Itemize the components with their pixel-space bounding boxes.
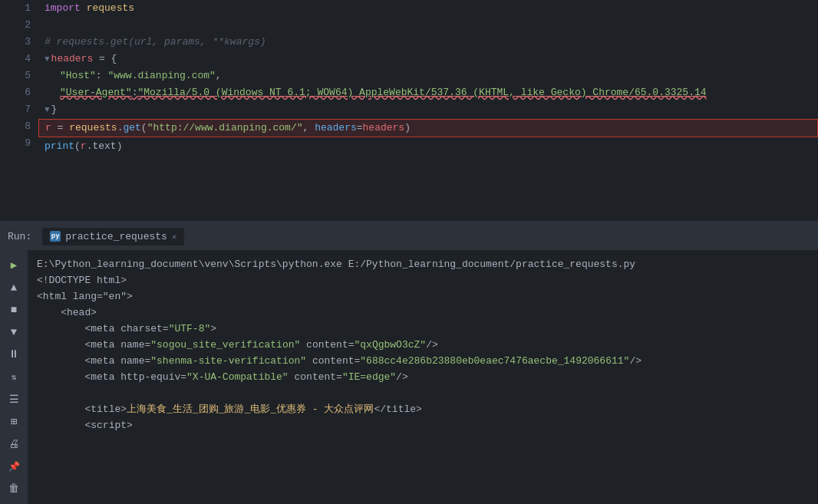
- line-num-8: 8: [0, 118, 31, 135]
- line-num-3: 3: [0, 34, 31, 51]
- print-button[interactable]: 🖨: [5, 436, 23, 453]
- scroll-down-button[interactable]: ▼: [5, 324, 23, 341]
- output-line-8: <meta http-equiv="X-UA-Compatible" conte…: [37, 371, 408, 383]
- output-line-7: <meta name="shenma-site-verification" co…: [37, 355, 642, 367]
- code-line-3: # requests.get(url, params, **kwargs): [38, 34, 818, 51]
- line-num-7: 7: [0, 101, 31, 118]
- output-line-10: <title>上海美食_生活_团购_旅游_电影_优惠券 - 大众点评网</tit…: [37, 404, 422, 415]
- pause-button[interactable]: ⏸: [5, 346, 23, 364]
- rerun-button[interactable]: ⇅: [5, 368, 23, 386]
- run-output: E:\Python_learning_document\venv\Scripts…: [28, 250, 818, 504]
- run-body: ▶ ▲ ■ ▼ ⏸ ⇅ ☰ ⊞ 🖨 📌 🗑 E:\Python_learning…: [0, 250, 818, 504]
- run-header: Run: py practice_requests ✕: [0, 222, 818, 250]
- output-line-2: <!DOCTYPE html>: [37, 275, 127, 286]
- line-num-1: 1: [0, 0, 31, 17]
- line-numbers: 1 2 3 4 5 6 7 8 9: [0, 0, 38, 221]
- grid-button[interactable]: ⊞: [5, 413, 23, 430]
- delete-button[interactable]: 🗑: [5, 480, 23, 498]
- code-line-2: [38, 17, 818, 34]
- tab-name: practice_requests: [65, 231, 167, 242]
- scroll-up-button[interactable]: ▲: [5, 278, 23, 296]
- stop-button[interactable]: ■: [5, 301, 23, 318]
- code-line-7: ▼}: [38, 101, 818, 118]
- output-line-11: <script>: [37, 420, 133, 431]
- pin-button[interactable]: 📌: [5, 458, 23, 476]
- output-line-4: <head>: [37, 307, 97, 318]
- code-line-9: print(r.text): [38, 138, 818, 155]
- code-line-8: r = requests.get("http://www.dianping.co…: [38, 119, 818, 137]
- run-panel: Run: py practice_requests ✕ ▶ ▲ ■ ▼ ⏸ ⇅ …: [0, 222, 818, 504]
- output-line-5: <meta charset="UTF-8">: [37, 323, 216, 334]
- python-icon: py: [50, 231, 61, 242]
- editor-area: 1 2 3 4 5 6 7 8 9 import requests # requ…: [0, 0, 818, 222]
- code-content: import requests # requests.get(url, para…: [38, 0, 818, 221]
- run-toolbar: ▶ ▲ ■ ▼ ⏸ ⇅ ☰ ⊞ 🖨 📌 🗑: [0, 250, 28, 504]
- output-line-6: <meta name="sogou_site_verification" con…: [37, 339, 438, 351]
- run-button[interactable]: ▶: [5, 256, 23, 274]
- line-num-6: 6: [0, 84, 31, 101]
- line-num-9: 9: [0, 135, 31, 152]
- code-line-1: import requests: [38, 0, 818, 17]
- line-num-2: 2: [0, 17, 31, 34]
- close-icon[interactable]: ✕: [172, 232, 177, 242]
- output-line-3: <html lang="en">: [37, 291, 133, 302]
- list-button[interactable]: ☰: [5, 390, 23, 408]
- line-num-5: 5: [0, 68, 31, 84]
- run-label: Run:: [8, 231, 31, 242]
- line-num-4: 4: [0, 51, 31, 68]
- code-line-4: ▼headers = {: [38, 51, 818, 68]
- code-line-5: "Host": "www.dianping.com",: [38, 68, 818, 84]
- output-tag-head-open: <head>: [61, 307, 97, 318]
- run-tab[interactable]: py practice_requests ✕: [42, 228, 184, 245]
- output-line-1: E:\Python_learning_document\venv\Scripts…: [37, 259, 635, 270]
- code-line-6: "User-Agent":"Mozilla/5.0 (Windows NT 6.…: [38, 84, 818, 101]
